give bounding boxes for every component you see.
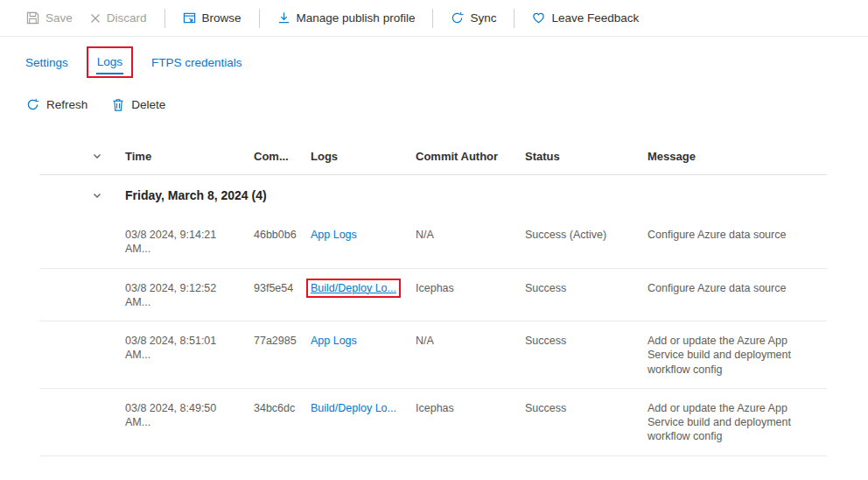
deployment-center-page: Save Discard Browse (0, 0, 868, 480)
collapse-all-chevron[interactable] (90, 149, 104, 163)
delete-icon (112, 98, 124, 111)
annotation-highlight-logs-tab: Logs (87, 46, 133, 78)
toolbar-separator (514, 9, 514, 28)
row-status: Success (525, 401, 648, 415)
heart-icon (532, 11, 545, 25)
logs-table: Time Com... Logs Commit Author Status Me… (39, 138, 827, 456)
build-deploy-logs-link[interactable]: Build/Deploy Lo... (311, 282, 396, 294)
tab-bar: Settings Logs FTPS credentials (0, 46, 868, 79)
row-time: 03/8 2024, 8:51:01 AM... (125, 334, 254, 363)
row-commit-author: N/A (416, 334, 525, 348)
refresh-label: Refresh (46, 98, 88, 111)
sync-label: Sync (470, 11, 496, 25)
table-header-row: Time Com... Logs Commit Author Status Me… (39, 138, 827, 175)
sync-icon (451, 11, 464, 25)
row-commit-author: N/A (416, 228, 525, 242)
browse-label: Browse (202, 11, 242, 25)
discard-icon (90, 13, 101, 24)
row-commit: 34bc6dc (254, 401, 311, 415)
column-header-time: Time (125, 150, 254, 163)
command-bar: Save Discard Browse (0, 0, 868, 37)
row-message: Add or update the Azure App Service buil… (648, 334, 827, 377)
column-header-logs: Logs (311, 150, 416, 163)
toolbar-separator (432, 9, 433, 28)
table-row: 03/8 2024, 8:49:50 AM... 34bc6dc Build/D… (39, 389, 827, 456)
manage-publish-profile-button[interactable]: Manage publish profile (277, 11, 416, 25)
date-group-row: Friday, March 8, 2024 (4) (39, 175, 827, 215)
annotation-highlight-build-deploy-logs-link: Build/Deploy Lo... (306, 279, 401, 298)
leave-feedback-button[interactable]: Leave Feedback (532, 11, 639, 25)
row-status: Success (Active) (525, 228, 648, 242)
row-message: Add or update the Azure App Service buil… (648, 401, 827, 444)
row-status: Success (525, 281, 648, 295)
save-button[interactable]: Save (26, 11, 73, 25)
app-logs-link[interactable]: App Logs (311, 229, 357, 241)
delete-button[interactable]: Delete (112, 98, 165, 111)
row-time: 03/8 2024, 9:14:21 AM... (125, 228, 254, 257)
tab-logs[interactable]: Logs (96, 49, 123, 74)
date-group-label: Friday, March 8, 2024 (4) (125, 188, 827, 202)
save-icon (26, 11, 39, 25)
row-commit: 93f5e54 (254, 281, 311, 295)
row-commit: 77a2985 (254, 334, 311, 348)
discard-label: Discard (107, 11, 147, 25)
build-deploy-logs-link[interactable]: Build/Deploy Lo... (311, 402, 396, 414)
tab-ftps-credentials[interactable]: FTPS credentials (150, 50, 243, 75)
row-time: 03/8 2024, 8:49:50 AM... (125, 401, 254, 430)
manage-publish-profile-label: Manage publish profile (297, 11, 416, 25)
row-message: Configure Azure data source (648, 281, 827, 295)
row-commit-author: Icephas (416, 281, 525, 295)
tab-settings[interactable]: Settings (24, 50, 69, 75)
row-commit: 46bb0b6 (254, 228, 311, 242)
sync-button[interactable]: Sync (451, 11, 496, 25)
column-header-commit-author: Commit Author (416, 150, 525, 163)
save-label: Save (46, 11, 73, 25)
column-header-message: Message (648, 150, 827, 163)
logs-action-bar: Refresh Delete (0, 95, 868, 114)
table-row: 03/8 2024, 8:51:01 AM... 77a2985 App Log… (39, 321, 827, 389)
browse-icon (183, 11, 196, 25)
table-row: 03/8 2024, 9:14:21 AM... 46bb0b6 App Log… (39, 215, 827, 269)
discard-button[interactable]: Discard (90, 11, 147, 25)
row-message: Configure Azure data source (648, 228, 827, 242)
toolbar-separator (164, 9, 165, 28)
delete-label: Delete (131, 98, 165, 111)
table-row: 03/8 2024, 9:12:52 AM... 93f5e54 Build/D… (39, 269, 827, 322)
download-icon (277, 11, 290, 25)
group-collapse-chevron[interactable] (90, 188, 104, 202)
row-time: 03/8 2024, 9:12:52 AM... (125, 281, 254, 310)
app-logs-link[interactable]: App Logs (311, 335, 357, 347)
toolbar-separator (259, 9, 260, 28)
row-status: Success (525, 334, 648, 348)
refresh-icon (26, 98, 39, 111)
column-header-status: Status (525, 150, 648, 163)
leave-feedback-label: Leave Feedback (551, 11, 639, 25)
browse-button[interactable]: Browse (183, 11, 242, 25)
refresh-button[interactable]: Refresh (26, 98, 88, 111)
column-header-commit: Com... (254, 150, 311, 163)
row-commit-author: Icephas (416, 401, 525, 415)
